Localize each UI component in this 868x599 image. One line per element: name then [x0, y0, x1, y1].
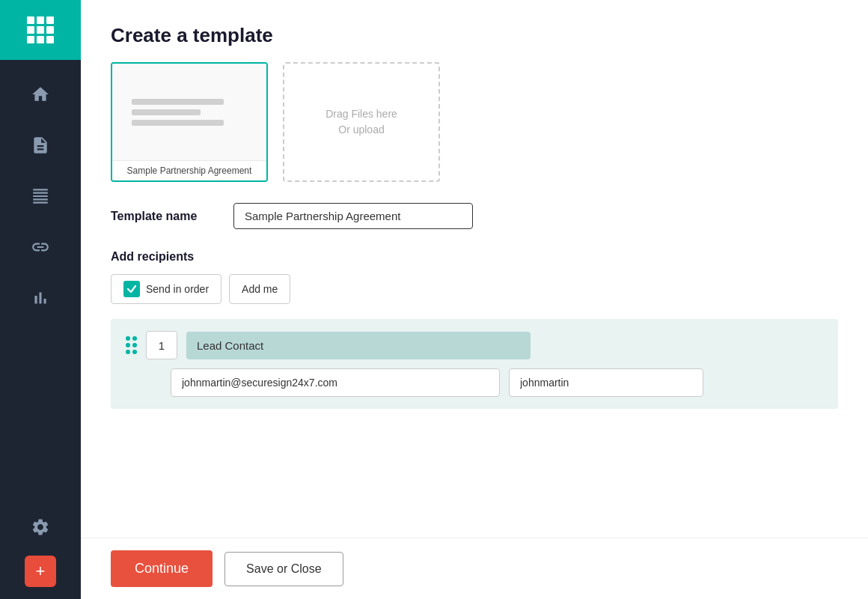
doc-line — [132, 99, 224, 105]
document-cards-row: Sample Partnership Agreement Drag Files … — [111, 62, 838, 182]
doc-line — [132, 109, 201, 115]
main-content: Create a template Sample Partnership Agr… — [81, 0, 868, 599]
sidebar-bottom: + — [13, 505, 67, 599]
grid-icon — [27, 16, 54, 43]
sidebar-item-documents[interactable] — [13, 123, 67, 168]
existing-doc-card[interactable]: Sample Partnership Agreement — [111, 62, 268, 182]
upload-card[interactable]: Drag Files here Or upload — [283, 62, 440, 182]
recipient-name-input[interactable] — [509, 368, 703, 397]
doc-card-label: Sample Partnership Agreement — [112, 160, 266, 180]
sidebar-item-home[interactable] — [13, 72, 67, 117]
sidebar-item-link[interactable] — [13, 225, 67, 270]
sidebar-item-chart[interactable] — [13, 276, 67, 320]
recipient-email-input[interactable] — [171, 368, 500, 397]
recipients-actions: Send in order Add me — [111, 274, 838, 304]
add-button[interactable]: + — [25, 556, 56, 587]
save-close-label: Save or Close — [246, 562, 322, 575]
doc-card-preview — [112, 64, 266, 160]
drag-handle[interactable] — [126, 336, 137, 354]
recipient-row-bottom — [171, 368, 823, 397]
recipient-role-input[interactable] — [186, 332, 531, 359]
sidebar-logo-area[interactable] — [0, 0, 81, 60]
continue-button[interactable]: Continue — [111, 550, 213, 587]
recipient-number: 1 — [146, 331, 177, 359]
send-in-order-label: Send in order — [146, 283, 209, 295]
save-close-button[interactable]: Save or Close — [224, 552, 343, 586]
doc-line — [132, 120, 224, 126]
send-order-checkbox — [123, 281, 140, 297]
template-name-input[interactable] — [233, 203, 473, 229]
add-recipients-label: Add recipients — [111, 250, 838, 264]
upload-label: Drag Files here Or upload — [326, 106, 397, 138]
sidebar-item-table[interactable] — [13, 174, 67, 219]
recipient-section: 1 — [111, 319, 838, 409]
footer: Continue Save or Close — [81, 538, 868, 599]
sidebar-item-settings[interactable] — [13, 505, 67, 550]
template-name-row: Template name — [111, 203, 838, 229]
sidebar-nav — [13, 60, 67, 505]
add-me-button[interactable]: Add me — [229, 274, 290, 304]
send-in-order-button[interactable]: Send in order — [111, 274, 221, 304]
template-name-label: Template name — [111, 210, 216, 223]
add-me-label: Add me — [242, 283, 278, 295]
recipient-row-top: 1 — [126, 331, 823, 359]
sidebar: + — [0, 0, 81, 599]
continue-label: Continue — [135, 561, 189, 576]
page-title: Create a template — [111, 24, 838, 47]
